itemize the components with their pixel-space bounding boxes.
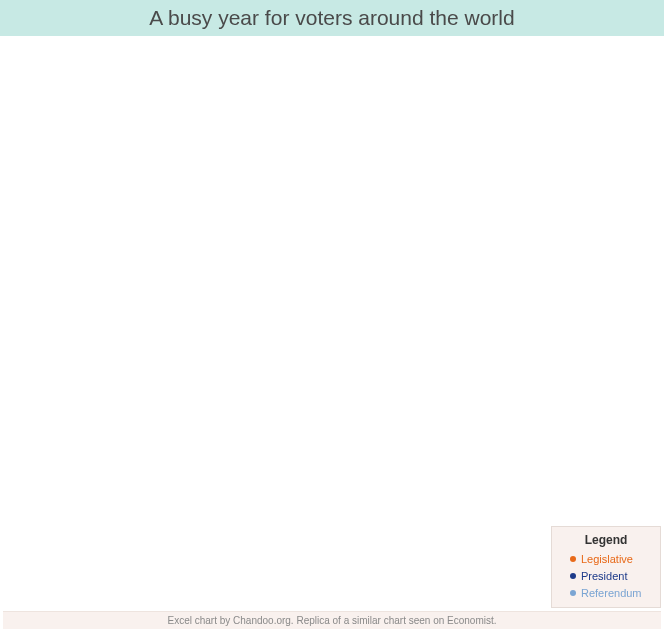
circle-icon xyxy=(570,590,576,596)
legend-item-legislative: Legislative xyxy=(560,553,652,565)
legend-title: Legend xyxy=(560,533,652,547)
footer: Excel chart by Chandoo.org. Replica of a… xyxy=(3,611,661,629)
circle-icon xyxy=(570,556,576,562)
legend: Legend Legislative President Referendum xyxy=(551,526,661,608)
page-title: A busy year for voters around the world xyxy=(149,6,514,30)
legend-label: President xyxy=(581,570,627,582)
footer-credit: Excel chart by Chandoo.org. Replica of a… xyxy=(167,615,496,626)
legend-label: Referendum xyxy=(581,587,642,599)
chart-plot-area xyxy=(3,42,661,608)
legend-item-referendum: Referendum xyxy=(560,587,652,599)
circle-icon xyxy=(570,573,576,579)
legend-item-president: President xyxy=(560,570,652,582)
title-bar: A busy year for voters around the world xyxy=(0,0,664,36)
legend-label: Legislative xyxy=(581,553,633,565)
